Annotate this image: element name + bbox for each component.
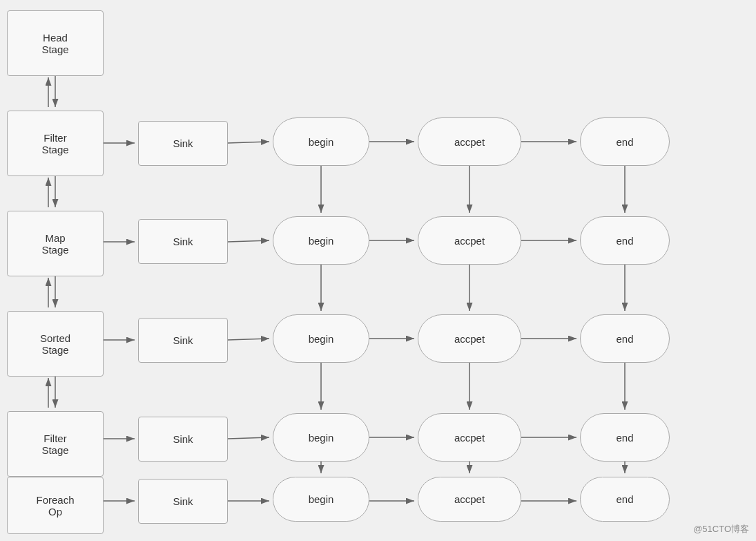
map-stage-node: MapStage: [7, 211, 104, 276]
accpet-2-node: accpet: [418, 216, 521, 265]
accpet-1-node: accpet: [418, 117, 521, 166]
begin-4-node: begin: [273, 413, 369, 462]
sink-1-node: Sink: [138, 121, 228, 166]
accpet-5-node: accpet: [418, 477, 521, 522]
end-5-node: end: [580, 477, 670, 522]
accpet-4-node: accpet: [418, 413, 521, 462]
head-stage-node: HeadStage: [7, 10, 104, 76]
sink-2-node: Sink: [138, 219, 228, 264]
svg-line-16: [228, 339, 269, 340]
end-3-node: end: [580, 314, 670, 363]
begin-1-node: begin: [273, 117, 369, 166]
watermark: @51CTO博客: [693, 523, 749, 535]
begin-3-node: begin: [273, 314, 369, 363]
sink-3-node: Sink: [138, 318, 228, 363]
sink-4-node: Sink: [138, 417, 228, 462]
filter-stage-1-node: FilterStage: [7, 111, 104, 176]
sink-5-node: Sink: [138, 479, 228, 524]
diagram-container: HeadStage FilterStage MapStage SortedSta…: [0, 0, 756, 541]
end-1-node: end: [580, 117, 670, 166]
accpet-3-node: accpet: [418, 314, 521, 363]
begin-2-node: begin: [273, 216, 369, 265]
foreach-op-node: ForeachOp: [7, 477, 104, 534]
svg-line-20: [228, 437, 269, 439]
end-2-node: end: [580, 216, 670, 265]
sorted-stage-node: SortedStage: [7, 311, 104, 377]
begin-5-node: begin: [273, 477, 369, 522]
svg-line-12: [228, 240, 269, 242]
filter-stage-2-node: FilterStage: [7, 411, 104, 477]
end-4-node: end: [580, 413, 670, 462]
svg-line-8: [228, 142, 269, 143]
